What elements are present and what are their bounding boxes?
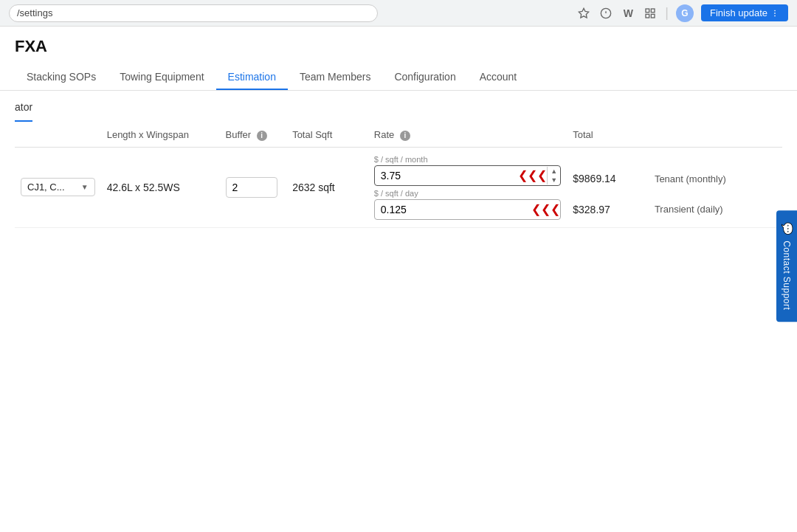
w-icon[interactable]: W (621, 6, 635, 21)
total-monthly-value: $9869.14 (573, 173, 643, 184)
aircraft-cell: CJ1, C... ▼ (15, 147, 101, 227)
star-icon[interactable] (576, 6, 591, 21)
col-header-rate: Rate i (368, 122, 567, 147)
desc-cell: Tenant (monthly) Transient (daily) (649, 147, 782, 227)
sub-nav-container: ator (15, 91, 782, 122)
table-row: CJ1, C... ▼ 42.6L x 52.5WS 2632 sqft (15, 147, 782, 227)
contact-support-sidebar[interactable]: 💬 Contact Support (776, 210, 797, 322)
desc-daily: Transient (daily) (655, 204, 776, 215)
svg-point-10 (775, 15, 776, 16)
tab-account[interactable]: Account (468, 65, 529, 90)
length-cell: 42.6L x 52.5WS (101, 147, 220, 227)
address-text: /settings (17, 7, 52, 18)
browser-icons: W | G Finish update (576, 4, 788, 22)
col-header-length: Length x Wingspan (101, 122, 220, 147)
svg-point-8 (775, 13, 776, 13)
aircraft-selector[interactable]: CJ1, C... ▼ (21, 178, 95, 196)
chevron-down-icon: ▼ (81, 183, 89, 191)
rate-daily-label: $ / sqft / day (374, 189, 561, 198)
content-area: ator Length x Wingspan Buffer i Total Sq… (0, 91, 797, 228)
svg-rect-4 (646, 9, 649, 13)
sqft-value: 2632 sqft (292, 182, 335, 193)
rate-monthly-down[interactable]: ▼ (551, 176, 557, 184)
contact-support-icon: 💬 (780, 222, 793, 234)
rate-daily-input-wrapper: ❮❮❮ (374, 199, 561, 220)
col-header-sqft: Total Sqft (286, 122, 368, 147)
col-header-desc (649, 122, 782, 147)
buffer-cell (220, 147, 287, 227)
desc-monthly: Tenant (monthly) (655, 173, 776, 184)
extensions-icon[interactable] (643, 6, 658, 21)
rate-monthly-input[interactable] (375, 166, 517, 185)
rate-daily-container: $ / sqft / day ❮❮❮ (374, 189, 561, 220)
tab-estimation[interactable]: Estimation (216, 65, 288, 90)
buffer-info-icon[interactable]: i (257, 131, 267, 141)
svg-point-9 (775, 10, 776, 11)
aircraft-value: CJ1, C... (27, 182, 65, 193)
rate-info-icon[interactable]: i (400, 131, 410, 141)
user-avatar[interactable]: G (676, 4, 694, 22)
rate-monthly-label: $ / sqft / month (374, 155, 561, 164)
svg-marker-0 (579, 8, 589, 18)
col-header-aircraft (15, 122, 101, 147)
total-cell: $9869.14 $328.97 (567, 147, 649, 227)
rate-daily-arrows: ❮❮❮ (531, 202, 560, 216)
rate-container: $ / sqft / month ❮❮❮ ▲ ▼ (374, 155, 561, 220)
rate-cell: $ / sqft / month ❮❮❮ ▲ ▼ (368, 147, 567, 227)
browser-bar: /settings W | G Finish update (0, 0, 797, 27)
svg-rect-6 (646, 14, 649, 18)
col-header-total: Total (567, 122, 649, 147)
sub-nav-label: ator (15, 101, 32, 122)
contact-support-label: Contact Support (782, 241, 792, 310)
rate-monthly-up[interactable]: ▲ (551, 167, 557, 176)
rate-monthly-container: $ / sqft / month ❮❮❮ ▲ ▼ (374, 155, 561, 186)
rate-monthly-steppers[interactable]: ▲ ▼ (547, 167, 560, 184)
rate-monthly-arrows: ❮❮❮ (518, 168, 547, 182)
info-browser-icon[interactable] (598, 6, 613, 21)
col-header-buffer: Buffer i (220, 122, 287, 147)
length-value: 42.6L x 52.5WS (107, 182, 180, 193)
tab-configuration[interactable]: Configuration (382, 65, 467, 90)
tab-towing-equipment[interactable]: Towing Equipment (108, 65, 215, 90)
app-title: FXA (15, 37, 782, 56)
estimation-table: Length x Wingspan Buffer i Total Sqft Ra… (15, 122, 782, 228)
tab-stacking-sops[interactable]: Stacking SOPs (15, 65, 108, 90)
total-daily-value: $328.97 (573, 204, 643, 215)
nav-tabs: Stacking SOPs Towing Equipment Estimatio… (15, 65, 782, 90)
svg-rect-7 (652, 14, 655, 18)
address-bar[interactable]: /settings (9, 4, 378, 22)
svg-rect-5 (652, 9, 655, 13)
app-header: FXA Stacking SOPs Towing Equipment Estim… (0, 27, 797, 91)
rate-monthly-input-wrapper: ❮❮❮ ▲ ▼ (374, 165, 561, 186)
finish-update-button[interactable]: Finish update (701, 4, 788, 21)
tab-team-members[interactable]: Team Members (288, 65, 382, 90)
sqft-cell: 2632 sqft (286, 147, 368, 227)
rate-daily-input[interactable] (375, 200, 530, 219)
buffer-input[interactable] (226, 177, 277, 198)
